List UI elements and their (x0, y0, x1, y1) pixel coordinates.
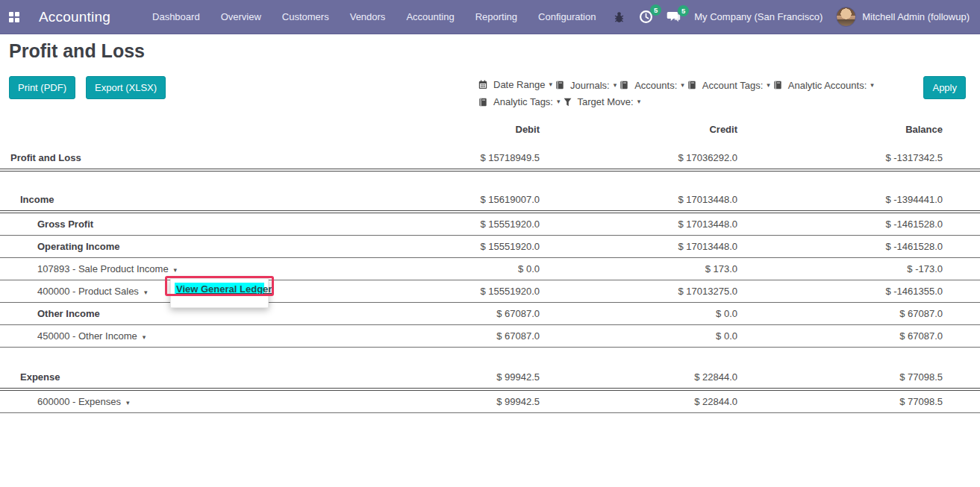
balance-cell: $ -1461355.0 (775, 280, 980, 303)
nav-item-vendors[interactable]: Vendors (350, 11, 386, 22)
nav-item-reporting[interactable]: Reporting (475, 11, 517, 22)
debit-cell: $ 67087.0 (379, 325, 577, 348)
filter-label: Account Tags: (702, 78, 763, 93)
apps-grid-icon (9, 12, 19, 22)
activities-button[interactable]: 5 (639, 10, 653, 24)
account-label-600000-expenses[interactable]: 600000 - Expenses (0, 396, 121, 407)
account-label-107893-sale-product-income[interactable]: 107893 - Sale Product Income (0, 263, 169, 274)
book-icon (687, 81, 699, 89)
table-row: Operating Income$ 15551920.0$ 17013448.0… (0, 236, 980, 258)
balance-cell: $ -1461528.0 (775, 236, 980, 258)
user-menu[interactable]: Mitchell Admin (followup) (836, 7, 970, 27)
credit-cell: $ 0.0 (577, 303, 775, 325)
view-general-ledger-menu-item[interactable]: View General Ledger (175, 283, 264, 295)
profit-and-loss-table: Debit Credit Balance Profit and Loss$ 15… (0, 119, 980, 413)
funnel-icon (564, 98, 575, 107)
chevron-down-icon[interactable]: ▾ (174, 266, 178, 274)
chevron-down-icon[interactable]: ▾ (144, 289, 148, 296)
nav-item-configuration[interactable]: Configuration (538, 11, 596, 22)
book-icon (619, 81, 631, 89)
filter-target-move[interactable]: Target Move:▾ (564, 94, 641, 110)
chevron-down-icon: ▾ (549, 77, 552, 92)
nav-item-dashboard[interactable]: Dashboard (152, 11, 200, 22)
main-menu: DashboardOverviewCustomersVendorsAccount… (152, 11, 596, 22)
print-pdf-button[interactable]: Print (PDF) (9, 76, 75, 99)
top-navbar: Accounting DashboardOverviewCustomersVen… (0, 0, 980, 34)
filter-label: Accounts: (634, 78, 677, 93)
section-label-profit-and-loss: Profit and Loss (0, 152, 81, 163)
nav-item-accounting[interactable]: Accounting (406, 11, 454, 22)
credit-cell: $ 173.0 (577, 258, 775, 280)
company-switcher[interactable]: My Company (San Francisco) (694, 11, 823, 22)
section-label-operating-income: Operating Income (0, 241, 120, 252)
label-column-header (0, 119, 379, 147)
book-icon (555, 81, 567, 89)
filter-accounts[interactable]: Accounts:▾ (619, 78, 684, 93)
app-window: Accounting DashboardOverviewCustomersVen… (0, 0, 980, 487)
credit-column-header: Credit (577, 119, 775, 147)
messages-button[interactable]: 5 (667, 10, 681, 23)
messages-badge: 5 (678, 5, 689, 16)
balance-column-header: Balance (775, 119, 980, 147)
export-xlsx-button[interactable]: Export (XLSX) (86, 76, 166, 99)
table-row: Profit and Loss$ 15718949.5$ 17036292.0$… (0, 147, 980, 170)
user-name: Mitchell Admin (followup) (862, 11, 970, 22)
chevron-down-icon: ▾ (557, 94, 561, 110)
table-row: Expense$ 99942.5$ 22844.0$ 77098.5 (0, 366, 980, 389)
nav-item-overview[interactable]: Overview (221, 11, 261, 22)
debit-column-header: Debit (379, 119, 577, 147)
table-row: 600000 - Expenses▾$ 99942.5$ 22844.0$ 77… (0, 389, 980, 413)
account-label-450000-other-income[interactable]: 450000 - Other Income (0, 330, 137, 342)
filter-label: Date Range (493, 77, 545, 92)
credit-cell: $ 22844.0 (577, 389, 775, 413)
table-row: 107893 - Sale Product Income▾$ 0.0$ 173.… (0, 258, 980, 280)
filter-label: Target Move: (578, 94, 634, 110)
credit-cell: $ 17013275.0 (577, 280, 775, 303)
app-title[interactable]: Accounting (39, 9, 110, 25)
spacer-row (0, 348, 980, 366)
balance-cell: $ 67087.0 (775, 325, 980, 348)
avatar (836, 7, 856, 27)
balance-cell: $ -1394441.0 (775, 189, 980, 212)
chevron-down-icon: ▾ (637, 94, 641, 110)
credit-cell: $ 17013448.0 (577, 189, 775, 212)
section-label-expense: Expense (0, 371, 60, 383)
activities-badge: 5 (650, 4, 661, 16)
balance-cell: $ 67087.0 (775, 303, 980, 325)
chevron-down-icon[interactable]: ▾ (126, 399, 130, 406)
filter-analytic-accounts[interactable]: Analytic Accounts:▾ (773, 78, 874, 93)
filter-analytic-tags[interactable]: Analytic Tags:▾ (478, 94, 561, 110)
filter-journals[interactable]: Journals:▾ (555, 78, 617, 93)
chevron-down-icon: ▾ (681, 78, 684, 93)
balance-cell: $ -1461528.0 (775, 212, 980, 236)
filter-account-tags[interactable]: Account Tags:▾ (687, 78, 770, 93)
section-label-gross-profit: Gross Profit (0, 219, 93, 230)
table-row: Income$ 15619007.0$ 17013448.0$ -1394441… (0, 189, 980, 212)
section-label-other-income: Other Income (0, 308, 100, 319)
debug-bug-icon[interactable] (613, 10, 625, 24)
apps-menu-button[interactable] (0, 0, 28, 34)
filter-label: Analytic Accounts: (788, 78, 867, 93)
nav-item-customers[interactable]: Customers (282, 11, 329, 22)
debit-cell: $ 67087.0 (379, 303, 577, 325)
spacer-row (0, 170, 980, 189)
credit-cell: $ 17013448.0 (577, 236, 775, 258)
apply-button[interactable]: Apply (923, 76, 966, 99)
debit-cell: $ 15619007.0 (379, 189, 577, 212)
chevron-down-icon[interactable]: ▾ (143, 333, 146, 341)
balance-cell: $ -1317342.5 (775, 147, 980, 170)
chevron-down-icon: ▾ (870, 78, 874, 93)
chevron-down-icon: ▾ (767, 78, 770, 93)
filter-date-range[interactable]: Date Range▾ (478, 77, 552, 92)
credit-cell: $ 0.0 (577, 325, 775, 348)
account-label-400000-product-sales[interactable]: 400000 - Product Sales (0, 286, 139, 297)
debit-cell: $ 15551920.0 (379, 236, 577, 258)
debit-cell: $ 99942.5 (379, 366, 577, 389)
table-row: 450000 - Other Income▾$ 67087.0$ 0.0$ 67… (0, 325, 980, 348)
navbar-right-cluster: 5 5 My Company (San Francisco) Mitchell … (613, 7, 980, 27)
calendar-icon (478, 80, 490, 89)
report-filters: Date Range▾Journals:▾Accounts:▾Account T… (478, 77, 911, 111)
table-row: Other Income$ 67087.0$ 0.0$ 67087.0 (0, 303, 980, 325)
page-title: Profit and Loss (9, 40, 145, 62)
section-label-income: Income (0, 194, 54, 205)
